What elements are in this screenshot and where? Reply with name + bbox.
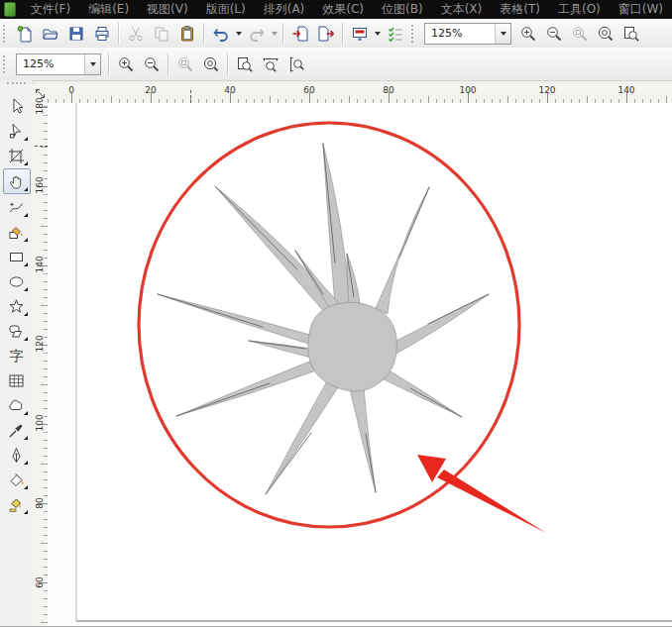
zoom-page-button[interactable] [618, 22, 644, 46]
zoom-selected-button[interactable] [172, 52, 198, 76]
polygon-tool[interactable] [4, 294, 30, 318]
freehand-tool[interactable] [4, 195, 30, 219]
cut-button[interactable] [123, 22, 149, 46]
table-tool[interactable] [4, 368, 30, 392]
zoom-page-height-button[interactable] [283, 52, 309, 76]
crop-tool[interactable] [4, 144, 30, 167]
combobox-dropdown-icon[interactable] [495, 24, 510, 44]
toolbar-separator [168, 53, 169, 75]
toolbar-separator [227, 53, 229, 75]
toolbar-separator [203, 23, 205, 45]
drawing-canvas[interactable] [48, 103, 672, 627]
ruler-label: 100 [459, 85, 476, 95]
toolbar-grip[interactable] [411, 25, 416, 43]
toolbox: 字 [0, 80, 34, 627]
menu-table[interactable]: 表格(T) [491, 0, 549, 19]
pick-tool[interactable] [4, 94, 30, 118]
menu-effects[interactable]: 效果(C) [313, 0, 373, 19]
redo-button[interactable] [244, 22, 270, 46]
ruler-label: 20 [145, 85, 156, 95]
menu-view[interactable]: 视图(V) [138, 0, 197, 19]
zoom-in-button[interactable] [113, 52, 139, 76]
options-button[interactable] [383, 22, 408, 46]
eyedropper-tool[interactable] [4, 418, 30, 442]
menu-text[interactable]: 文本(X) [432, 0, 492, 19]
toolbar-separator [282, 23, 284, 45]
zoom-in-button[interactable] [515, 22, 541, 46]
shape-tool[interactable] [4, 119, 30, 143]
undo-dropdown-arrow[interactable] [234, 22, 244, 46]
import-button[interactable] [287, 22, 313, 46]
toolbar-separator [108, 53, 110, 75]
zoom-page-button[interactable] [232, 52, 258, 76]
ruler-label: 180 [34, 100, 46, 115]
ruler-label: 80 [383, 85, 393, 95]
zoom-out-button[interactable] [541, 22, 567, 46]
menu-window[interactable]: 窗口(W) [610, 0, 672, 19]
ruler-label: 140 [617, 85, 634, 95]
toolbar-grip[interactable] [3, 55, 8, 73]
ruler-label: 40 [224, 85, 235, 95]
rectangle-tool[interactable] [4, 245, 30, 268]
toolbox-grip[interactable] [7, 82, 26, 91]
ruler-label: 60 [34, 575, 46, 590]
text-tool-glyph: 字 [7, 347, 26, 366]
blend-tool[interactable] [4, 393, 30, 417]
cursor-position-marker [190, 90, 191, 103]
ruler-label: 120 [34, 338, 46, 353]
ruler-label: 160 [34, 179, 46, 194]
zoom-selected-button[interactable] [567, 22, 593, 46]
basic-shapes-tool[interactable] [4, 319, 30, 343]
coreldraw-window: 文件(F) 编辑(E) 视图(V) 版面(L) 排列(A) 效果(C) 位图(B… [0, 0, 672, 627]
menu-edit[interactable]: 编辑(E) [79, 0, 138, 19]
menu-bar: 文件(F) 编辑(E) 视图(V) 版面(L) 排列(A) 效果(C) 位图(B… [0, 0, 672, 19]
zoom-level-combobox-property[interactable]: 125% [16, 53, 101, 75]
application-launcher-dropdown-arrow[interactable] [373, 22, 383, 46]
ruler-label: 80 [34, 496, 46, 511]
new-document-button[interactable] [12, 22, 38, 46]
undo-button[interactable] [208, 22, 234, 46]
toolbar-separator [342, 23, 344, 45]
combobox-dropdown-icon[interactable] [84, 54, 100, 74]
horizontal-ruler[interactable]: 0 20 40 60 80 100 120 140 [48, 84, 672, 104]
toolbar-separator [118, 23, 120, 45]
zoom-all-objects-button[interactable] [593, 22, 618, 46]
menu-arrange[interactable]: 排列(A) [255, 0, 314, 19]
text-tool[interactable]: 字 [4, 344, 30, 367]
zoom-level-value: 125% [425, 27, 495, 40]
vertical-ruler[interactable]: 180 160 140 120 100 80 60 [33, 103, 49, 627]
outline-pen-tool[interactable] [4, 443, 30, 467]
menu-tools[interactable]: 工具(O) [549, 0, 610, 19]
export-button[interactable] [313, 22, 339, 46]
zoom-all-objects-button[interactable] [198, 52, 224, 76]
copy-button[interactable] [149, 22, 174, 46]
toolbar-grip[interactable] [3, 25, 8, 43]
menu-file[interactable]: 文件(F) [22, 0, 79, 19]
ruler-label: 140 [34, 259, 46, 273]
cursor-position-marker [35, 146, 48, 147]
paste-button[interactable] [174, 22, 200, 46]
save-button[interactable] [63, 22, 89, 46]
pan-tool[interactable] [3, 168, 31, 194]
open-button[interactable] [38, 22, 63, 46]
fill-tool[interactable] [4, 468, 30, 491]
app-logo-icon [4, 2, 16, 17]
ruler-label: 60 [303, 85, 314, 95]
application-launcher-button[interactable] [347, 22, 373, 46]
ruler-label: 0 [68, 85, 74, 95]
standard-toolbar: 125% [0, 19, 672, 49]
property-bar: 125% [0, 48, 672, 81]
zoom-out-button[interactable] [139, 52, 165, 76]
menu-bitmaps[interactable]: 位图(B) [373, 0, 432, 19]
zoom-level-value: 125% [17, 57, 84, 70]
menu-layout[interactable]: 版面(L) [197, 0, 255, 19]
zoom-page-width-button[interactable] [258, 52, 283, 76]
redo-dropdown-arrow[interactable] [270, 22, 280, 46]
interactive-fill-tool[interactable] [4, 492, 30, 516]
zoom-level-combobox[interactable]: 125% [424, 23, 511, 45]
ruler-label: 120 [538, 85, 555, 95]
ruler-label: 100 [34, 417, 46, 432]
smart-fill-tool[interactable] [4, 220, 30, 244]
print-button[interactable] [89, 22, 115, 46]
ellipse-tool[interactable] [4, 269, 30, 293]
